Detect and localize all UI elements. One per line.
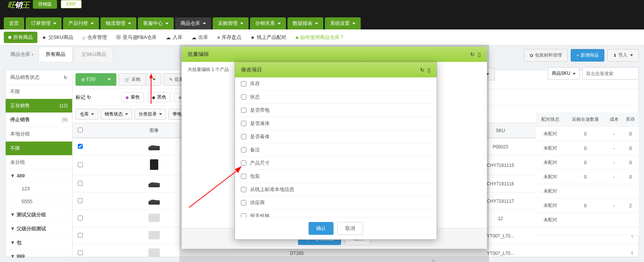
refresh-icon[interactable]: ↻	[470, 51, 475, 57]
sidebar-group-test1[interactable]: ▼测试父级分组	[6, 208, 72, 222]
nav-reports[interactable]: 数据报表	[287, 17, 323, 29]
refresh-icon[interactable]: ↻	[420, 67, 425, 73]
option-item[interactable]: 备注	[235, 143, 437, 157]
nav-service[interactable]: 客服中心	[138, 17, 174, 29]
subnav-help[interactable]: ■如何使用商品仓库？	[291, 32, 349, 43]
cell-cost: -	[606, 127, 622, 141]
filter-status[interactable]: 销售状态	[100, 109, 132, 120]
row-checkbox[interactable]	[78, 198, 83, 203]
tab-all-products[interactable]: 所有商品	[39, 47, 73, 62]
option-item[interactable]: 包装	[235, 170, 437, 183]
sidebar-header-status: 商品销售状态 ↻	[6, 70, 72, 85]
option-checkbox[interactable]	[241, 187, 246, 192]
sidebar-group-489[interactable]: ▼489	[6, 170, 72, 182]
option-checkbox[interactable]	[241, 134, 246, 139]
table-row: 未配对	[536, 213, 639, 227]
filter-warehouse[interactable]: 仓库	[76, 109, 98, 120]
row-checkbox[interactable]	[78, 250, 83, 255]
sidebar-item-all[interactable]: 不限	[6, 85, 72, 99]
option-checkbox[interactable]	[241, 121, 246, 126]
star-icon: ★	[250, 35, 255, 40]
select-all-checkbox[interactable]	[78, 128, 83, 133]
row-checkbox[interactable]	[78, 162, 83, 167]
nav-products[interactable]: 产品刊登	[63, 17, 99, 29]
row-checkbox[interactable]	[78, 181, 83, 186]
subnav-online-match[interactable]: ★线上产品配对	[246, 32, 291, 43]
erp-btn[interactable]: ERP	[61, 0, 82, 8]
material-mgmt-btn[interactable]: ✿包装材料管理	[524, 49, 568, 62]
option-item[interactable]: 报关价格	[235, 210, 437, 217]
purchase-dropdown[interactable]	[146, 73, 161, 86]
maximize-icon[interactable]: ▯	[478, 51, 481, 57]
subnav-all-products[interactable]: 所有商品	[4, 32, 37, 43]
tag-black[interactable]: ◆黑色	[148, 92, 170, 102]
option-item[interactable]: 产品尺寸	[235, 157, 437, 170]
sidebar-group-bag[interactable]: ▼包	[6, 236, 72, 250]
subnav-inventory[interactable]: ≡库存盘点	[213, 32, 246, 43]
add-product-btn[interactable]: + 新增商品	[571, 49, 604, 62]
nav-purchase[interactable]: 采购管理	[213, 17, 249, 29]
option-checkbox[interactable]	[241, 213, 246, 217]
sidebar-item-stopped[interactable]: 停止销售(9)	[6, 113, 72, 127]
tab-parent-sku[interactable]: 父SKU商品	[74, 47, 113, 62]
option-label: 供应商	[250, 199, 265, 206]
subnav-outbound[interactable]: ☁出库	[187, 32, 213, 43]
subnav-parent-sku[interactable]: ★父SKU商品	[37, 32, 78, 43]
option-checkbox[interactable]	[241, 160, 246, 166]
option-item[interactable]: 是否带电	[235, 104, 437, 117]
filter-category[interactable]: 分类目录	[134, 109, 166, 120]
option-item[interactable]: 是否液体	[235, 117, 437, 130]
search-input[interactable]	[582, 67, 639, 80]
sidebar-group-123[interactable]: 123	[6, 182, 72, 195]
option-checkbox[interactable]	[241, 108, 246, 113]
tag-purple[interactable]: ◆紫色	[121, 92, 144, 102]
option-item[interactable]: 从线上标准本地信息	[235, 183, 437, 196]
option-checkbox[interactable]	[241, 147, 246, 153]
sidebar-group-999[interactable]: ▼999	[6, 250, 72, 262]
option-checkbox[interactable]	[241, 81, 246, 86]
sidebar-group-all[interactable]: 不限	[6, 142, 72, 156]
maximize-icon[interactable]: ▯	[428, 67, 431, 73]
option-checkbox[interactable]	[241, 200, 246, 205]
table-row: 未配对 0 - 2	[536, 199, 639, 213]
option-item[interactable]: 是否膏体	[235, 130, 437, 143]
confirm-btn[interactable]: 确认	[309, 222, 334, 235]
product-thumb	[148, 142, 160, 150]
import-btn[interactable]: ⬇ 导入	[607, 49, 639, 62]
purchase-btn[interactable]: 🛒 采购	[119, 73, 146, 86]
subnav-amazon-fba[interactable]: ⓐ亚马逊FBA仓库	[111, 32, 161, 43]
sidebar-group-5555[interactable]: 5555	[6, 195, 72, 208]
sidebar: 商品销售状态 ↻ 不限 正在销售(12) 停止销售(9) 本地分组 不限 未分组…	[5, 70, 73, 257]
th-cost: 成本	[606, 113, 622, 127]
row-checkbox[interactable]	[78, 233, 83, 238]
th-stock: 库存	[622, 113, 639, 127]
nav-logistics[interactable]: 物流管理	[100, 17, 136, 29]
breadcrumb[interactable]: 商品仓库 ›	[5, 47, 39, 62]
print-dropdown[interactable]	[101, 73, 116, 86]
refresh-icon[interactable]: ↻	[63, 75, 68, 80]
option-item[interactable]: 库存	[235, 77, 437, 91]
sidebar-item-selling[interactable]: 正在销售(12)	[6, 99, 72, 113]
nav-warehouse[interactable]: 商品仓库	[175, 17, 211, 29]
nav-settings[interactable]: 系统设置	[325, 17, 361, 29]
nav-orders[interactable]: 订单管理	[26, 17, 62, 29]
cell-qty	[565, 213, 606, 227]
sidebar-group-test2[interactable]: ▼父级分组测试	[6, 222, 72, 236]
nav-distribution[interactable]: 分销关系	[250, 17, 286, 29]
option-item[interactable]: 供应商	[235, 196, 437, 210]
sidebar-group-ungrouped[interactable]: 未分组	[6, 156, 72, 170]
option-item[interactable]: 状态	[235, 91, 437, 104]
search-type-select[interactable]: 商品SKU	[548, 67, 580, 80]
row-checkbox[interactable]	[78, 144, 83, 149]
marketing-version-btn[interactable]: 营销版	[33, 0, 57, 9]
subnav-warehouse-mgmt[interactable]: ⌂仓库管理	[78, 32, 111, 43]
option-label: 是否膏体	[250, 133, 270, 140]
sidebar-header-group: 本地分组	[6, 127, 72, 142]
print-btn[interactable]: ⊖ 打印	[76, 73, 101, 86]
subnav-inbound[interactable]: ☁入库	[161, 32, 187, 43]
option-checkbox[interactable]	[241, 174, 246, 179]
option-checkbox[interactable]	[241, 94, 246, 100]
nav-home[interactable]: 首页	[4, 17, 24, 29]
row-checkbox[interactable]	[78, 216, 83, 220]
modal2-cancel-btn[interactable]: 取消	[337, 222, 363, 235]
